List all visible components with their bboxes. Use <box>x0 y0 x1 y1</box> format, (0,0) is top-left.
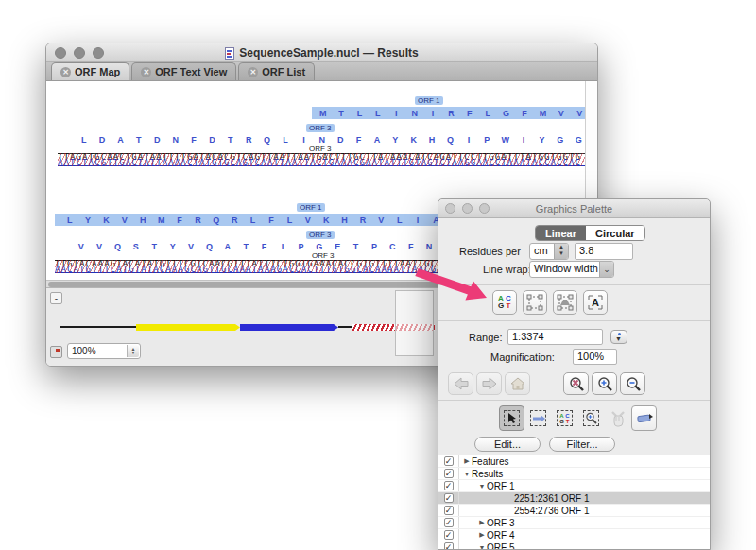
visibility-checkbox[interactable]: ✓ <box>444 481 454 490</box>
aa-residue: T <box>146 242 163 251</box>
tree-label: Features <box>472 456 508 467</box>
overview-zoom-value: 100% <box>72 346 96 356</box>
line-wrap-value: Window width <box>534 263 598 274</box>
forward-button[interactable] <box>476 372 502 395</box>
select-tool[interactable] <box>499 405 524 431</box>
select-residues-tool[interactable]: ACGT <box>552 405 577 431</box>
aa-residue: T <box>221 135 239 145</box>
annotate-tool[interactable] <box>631 405 657 431</box>
disclosure-triangle-icon[interactable]: ▼ <box>462 471 472 477</box>
tree-row-2251-2361-orf-1[interactable]: ✓2251:2361 ORF 1 <box>438 492 710 505</box>
aa-residue: L <box>390 215 408 225</box>
tree-label: 2554:2736 ORF 1 <box>514 506 590 516</box>
aa-residue: L <box>244 215 262 225</box>
close-tab-icon[interactable]: ✕ <box>141 67 151 77</box>
home-button[interactable] <box>505 372 530 395</box>
range-history-button[interactable]: ▼ <box>610 330 627 344</box>
stepper-icon[interactable]: ▲▼ <box>554 244 568 259</box>
map-blue-feature[interactable] <box>240 324 338 331</box>
aa-residue: F <box>350 135 368 145</box>
fit-object-button[interactable] <box>553 290 577 315</box>
aa-residue: Q <box>207 215 225 225</box>
font-button[interactable]: A <box>583 290 608 315</box>
visibility-checkbox[interactable]: ✓ <box>444 542 454 549</box>
tree-row-orf-5[interactable]: ✓▼ORF 5 <box>438 541 710 549</box>
aa-residue: V <box>115 215 133 225</box>
fit-to-frame-button[interactable] <box>523 290 547 315</box>
line-wrap-dropdown[interactable]: Window width ⌄ <box>529 261 614 278</box>
tab-strip: ✕ORF Map✕ORF Text View✕ORF List <box>46 62 597 81</box>
segment-linear[interactable]: Linear <box>536 226 586 240</box>
tree-row-results[interactable]: ✓▼Results <box>438 468 710 480</box>
tree-label: ORF 3 <box>487 518 514 528</box>
disclosure-triangle-icon[interactable]: ▼ <box>477 483 487 490</box>
segment-circular[interactable]: Circular <box>586 226 644 240</box>
aa-residue: C <box>384 242 402 251</box>
aa-residue: D <box>93 135 111 145</box>
aa-residue: T <box>332 109 350 118</box>
tree-row-2554-2736-orf-1[interactable]: ✓2554:2736 ORF 1 <box>438 505 710 517</box>
chevron-down-icon[interactable]: ⌄ <box>599 262 613 277</box>
collapse-pane-button[interactable]: - <box>50 292 62 304</box>
visibility-checkbox[interactable]: ✓ <box>444 518 454 527</box>
filter-button[interactable]: Filter... <box>549 437 615 452</box>
zoom-out-button[interactable] <box>620 372 645 395</box>
range-field[interactable]: 1:3374 <box>507 329 603 345</box>
palette-titlebar[interactable]: Graphics Palette <box>438 199 710 218</box>
zoom-tool[interactable] <box>578 405 604 431</box>
zoom-selection-button[interactable] <box>563 372 589 395</box>
tab-orf-text-view[interactable]: ✕ORF Text View <box>131 62 236 80</box>
visibility-checkbox[interactable]: ✓ <box>444 469 454 478</box>
zoom-in-button[interactable] <box>592 372 617 395</box>
edit-button[interactable]: Edit... <box>474 437 541 452</box>
aa-residue: R <box>442 109 460 118</box>
show-residues-button[interactable]: ACGT <box>492 290 517 315</box>
magnification-field[interactable]: 100% <box>573 349 617 365</box>
disclosure-triangle-icon[interactable]: ▼ <box>477 544 487 550</box>
aa-residue: K <box>317 215 335 225</box>
residues-per-field[interactable]: 3.8 <box>575 243 633 260</box>
aa-residue: L <box>60 215 78 225</box>
tree-row-features[interactable]: ✓▶Features <box>438 455 710 468</box>
tab-orf-list[interactable]: ✕ORF List <box>238 62 315 80</box>
selection-frame-filled-icon <box>557 294 574 311</box>
aa-residue: Q <box>258 135 276 145</box>
tree-row-orf-3[interactable]: ✓▶ORF 3 <box>438 517 710 529</box>
close-tab-icon[interactable]: ✕ <box>248 67 258 77</box>
tree-row-orf-4[interactable]: ✓▶ORF 4 <box>438 529 710 541</box>
orf3-aa-row: LDATDNFDTRQLINDFAYKHQIPWIYGG <box>75 135 588 145</box>
visibility-checkbox[interactable]: ✓ <box>444 493 454 503</box>
tab-label: ORF Map <box>75 66 120 77</box>
disclosure-triangle-icon[interactable]: ▶ <box>462 457 472 465</box>
aa-residue: M <box>314 109 332 118</box>
results-titlebar[interactable]: SequenceSample.nucl — Results <box>46 43 597 62</box>
dna-duplex[interactable]: TTAGATGCAACTGATAATTTTGATACACGTCAGTTAATTA… <box>58 153 585 166</box>
aa-residue: K <box>97 215 115 225</box>
back-button[interactable] <box>448 372 473 395</box>
blue-arrow-icon <box>532 414 545 423</box>
aa-residue: N <box>313 135 331 145</box>
aa-residue: V <box>552 109 570 118</box>
tree-row-orf-1[interactable]: ✓▼ORF 1 <box>438 480 710 492</box>
residues-unit-combo[interactable]: cm ▲▼ <box>529 243 569 260</box>
visibility-checkbox[interactable]: ✓ <box>444 506 454 515</box>
select-range-tool[interactable] <box>525 405 551 431</box>
map-yellow-feature[interactable] <box>136 324 240 331</box>
disclosure-triangle-icon[interactable]: ▶ <box>477 531 487 539</box>
tab-orf-map[interactable]: ✕ORF Map <box>51 62 129 80</box>
pan-tool[interactable] <box>605 405 630 431</box>
visibility-checkbox[interactable]: ✓ <box>444 530 454 540</box>
page-setup-icon[interactable] <box>50 346 62 358</box>
visibility-checkbox[interactable]: ✓ <box>444 456 454 466</box>
aa-residue: L <box>281 215 299 225</box>
selection-box-icon <box>530 410 546 426</box>
stepper-icon[interactable]: ▲▼ <box>127 345 139 357</box>
back-arrow-icon <box>454 377 469 390</box>
overview-zoom-combo[interactable]: 100% ▲▼ <box>67 343 141 359</box>
close-tab-icon[interactable]: ✕ <box>60 67 71 77</box>
aa-residue: Q <box>441 135 459 145</box>
disclosure-triangle-icon[interactable]: ▶ <box>477 519 487 526</box>
checkbox-column: ✓ <box>438 455 459 467</box>
aa-residue: L <box>276 135 294 145</box>
aa-residue: T <box>129 135 147 145</box>
